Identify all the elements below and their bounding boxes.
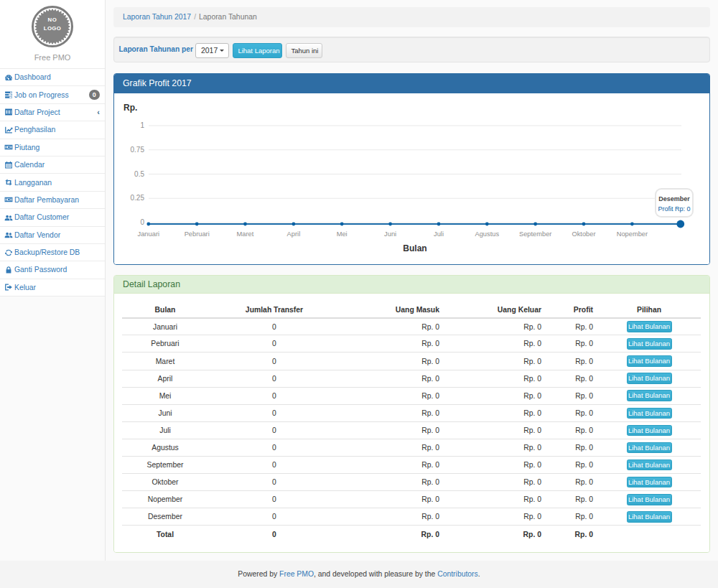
- svg-text:Juli: Juli: [434, 230, 444, 238]
- svg-text:0: 0: [140, 218, 144, 226]
- svg-text:Januari: Januari: [138, 230, 160, 238]
- svg-text:NO: NO: [48, 17, 57, 23]
- svg-text:0.25: 0.25: [131, 194, 145, 202]
- svg-text:Nopember: Nopember: [617, 230, 648, 238]
- svg-text:April: April: [287, 230, 301, 238]
- svg-text:September: September: [519, 230, 551, 238]
- svg-text:Maret: Maret: [237, 230, 254, 238]
- svg-text:1: 1: [140, 121, 144, 129]
- svg-text:0.5: 0.5: [134, 169, 144, 177]
- svg-text:Rp.: Rp.: [123, 103, 137, 113]
- svg-text:Bulan: Bulan: [403, 243, 426, 253]
- svg-text:0.75: 0.75: [131, 146, 145, 154]
- svg-text:Oktober: Oktober: [572, 230, 595, 238]
- svg-text:Pebruari: Pebruari: [185, 230, 210, 238]
- svg-text:Agustus: Agustus: [475, 230, 500, 238]
- svg-text:LOGO: LOGO: [44, 24, 62, 31]
- svg-text:Juni: Juni: [384, 230, 396, 238]
- svg-text:Mei: Mei: [337, 230, 348, 238]
